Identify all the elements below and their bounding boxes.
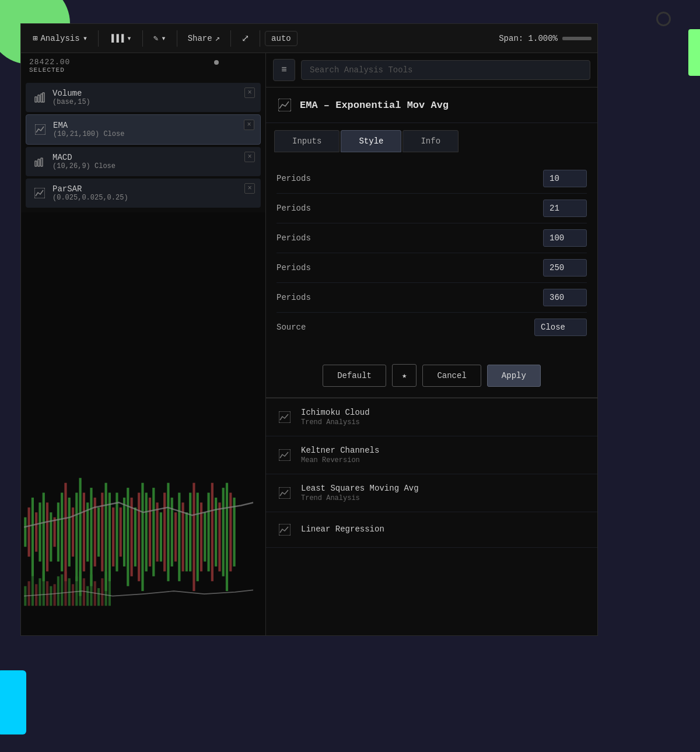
star-button[interactable]: ★ <box>392 364 416 387</box>
keltner-name: Keltner Channels <box>301 446 379 455</box>
svg-rect-17 <box>54 517 56 547</box>
keltner-icon <box>276 447 293 463</box>
svg-rect-12 <box>35 512 37 551</box>
svg-rect-76 <box>57 576 60 606</box>
svg-rect-71 <box>38 578 41 606</box>
svg-rect-46 <box>160 512 162 561</box>
parsar-icon <box>33 186 47 200</box>
ema-indicator[interactable]: EMA (10,21,100) Close × <box>26 114 261 145</box>
linear-regression-icon <box>276 522 293 538</box>
parsar-info: ParSAR (0.025,0.025,0.25) <box>52 184 254 202</box>
expand-button[interactable]: ⤢ <box>236 30 255 47</box>
lsma-name: Least Squares Moving Avg <box>301 484 419 493</box>
tab-info[interactable]: Info <box>402 130 459 152</box>
analysis-button[interactable]: ⊞ Analysis ▾ <box>27 30 93 46</box>
selected-dot <box>214 60 219 65</box>
filter-button[interactable]: ≡ <box>273 59 295 81</box>
svg-rect-56 <box>197 493 199 582</box>
ichimoku-item[interactable]: Ichimoku Cloud Trend Analysis <box>266 398 597 436</box>
svg-rect-94 <box>279 487 290 499</box>
draw-dropdown-icon: ▾ <box>161 33 166 43</box>
form-row-1: Periods <box>276 194 587 223</box>
svg-rect-29 <box>97 508 100 557</box>
tab-inputs[interactable]: Inputs <box>274 130 340 152</box>
ema-params: (10,21,100) Close <box>53 130 253 138</box>
form-row-2: Periods <box>276 223 587 253</box>
ichimoku-icon <box>276 409 293 425</box>
chart-area <box>21 212 265 635</box>
lsma-item[interactable]: Least Squares Moving Avg Trend Analysis <box>266 474 597 512</box>
svg-rect-16 <box>50 512 52 561</box>
divider-5 <box>260 30 260 47</box>
svg-rect-41 <box>141 483 144 591</box>
chart-svg <box>21 212 265 635</box>
volume-params: (base,15) <box>52 98 254 106</box>
ema-info: EMA (10,21,100) Close <box>53 121 253 138</box>
search-container: ≡ <box>266 53 597 88</box>
macd-name: MACD <box>52 153 254 162</box>
svg-rect-83 <box>83 578 85 606</box>
search-input[interactable] <box>301 60 590 80</box>
apply-button[interactable]: Apply <box>487 365 541 387</box>
svg-rect-87 <box>97 588 100 606</box>
keltner-item[interactable]: Keltner Channels Mean Reversion <box>266 436 597 474</box>
volume-info: Volume (base,15) <box>52 89 254 106</box>
svg-rect-7 <box>41 158 43 166</box>
macd-indicator[interactable]: MACD (10,26,9) Close × <box>26 147 261 176</box>
svg-rect-30 <box>101 493 103 572</box>
label-periods-2: Periods <box>276 233 543 243</box>
svg-rect-54 <box>189 493 191 572</box>
cancel-button[interactable]: Cancel <box>422 365 481 387</box>
svg-rect-50 <box>174 512 177 561</box>
ema-close-button[interactable]: × <box>244 120 254 130</box>
volume-close-button[interactable]: × <box>244 88 255 98</box>
lsma-info: Least Squares Moving Avg Trend Analysis <box>301 484 419 502</box>
parsar-name: ParSAR <box>52 184 254 194</box>
body-area: 28422.00 SELECTED <box>21 53 597 635</box>
svg-rect-74 <box>50 586 52 606</box>
ichimoku-name: Ichimoku Cloud <box>301 408 370 417</box>
share-button[interactable]: Share ↗ <box>182 30 226 46</box>
svg-rect-11 <box>32 498 34 576</box>
macd-close-button[interactable]: × <box>244 152 255 162</box>
ema-header: EMA – Exponential Mov Avg <box>266 88 597 123</box>
input-periods-3[interactable] <box>543 259 587 277</box>
svg-rect-9 <box>24 517 26 547</box>
form-row-3: Periods <box>276 253 587 283</box>
input-periods-0[interactable] <box>543 170 587 187</box>
inputs-form: Periods Periods Periods Periods <box>266 152 597 354</box>
apply-label: Apply <box>502 371 526 380</box>
input-periods-2[interactable] <box>543 229 587 247</box>
parsar-indicator[interactable]: ParSAR (0.025,0.025,0.25) × <box>26 179 261 208</box>
parsar-close-button[interactable]: × <box>244 183 255 194</box>
input-periods-1[interactable] <box>543 200 587 217</box>
tab-style[interactable]: Style <box>341 130 401 152</box>
default-button[interactable]: Default <box>323 365 386 387</box>
svg-rect-33 <box>112 508 114 566</box>
draw-button[interactable]: ✎ ▾ <box>148 30 172 46</box>
keltner-info: Keltner Channels Mean Reversion <box>301 446 379 464</box>
svg-rect-23 <box>75 493 78 582</box>
chart-type-dropdown-icon: ▾ <box>127 33 131 43</box>
svg-rect-4 <box>35 124 46 135</box>
svg-rect-85 <box>90 574 92 606</box>
selected-label: SELECTED <box>29 67 65 74</box>
lsma-subtitle: Trend Analysis <box>301 494 419 502</box>
cancel-label: Cancel <box>437 371 466 380</box>
volume-indicator[interactable]: Volume (base,15) × <box>26 83 261 112</box>
svg-rect-45 <box>156 502 158 561</box>
svg-rect-90 <box>108 578 111 606</box>
chart-type-button[interactable]: ▐▐▐ ▾ <box>103 30 138 46</box>
svg-rect-37 <box>127 488 129 586</box>
svg-rect-92 <box>279 411 290 423</box>
svg-rect-0 <box>35 97 37 102</box>
auto-button[interactable]: auto <box>265 31 298 46</box>
share-external-icon: ↗ <box>215 33 220 43</box>
select-source[interactable]: Close Open High Low HL/2 <box>534 319 587 336</box>
svg-rect-72 <box>43 571 45 606</box>
ema-section: EMA – Exponential Mov Avg Inputs Style I… <box>266 88 597 398</box>
svg-rect-25 <box>83 493 85 572</box>
label-periods-4: Periods <box>276 293 543 302</box>
linear-regression-item[interactable]: Linear Regression <box>266 512 597 548</box>
input-periods-4[interactable] <box>543 289 587 306</box>
